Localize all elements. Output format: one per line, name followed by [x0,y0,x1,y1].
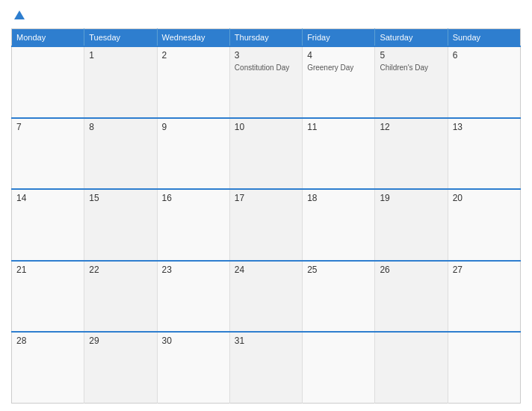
day-number: 24 [235,265,297,275]
day-number: 27 [453,265,516,275]
weekday-header-saturday: Saturday [375,29,448,47]
holiday-label: Constitution Day [235,64,289,72]
day-number: 26 [380,265,442,275]
calendar-day-cell: 12 [375,118,448,190]
calendar-day-cell: 23 [157,261,229,333]
header [11,7,521,22]
calendar-day-cell: 18 [303,189,375,261]
weekday-header-wednesday: Wednesday [157,29,229,47]
day-number: 19 [380,193,442,203]
calendar-day-cell: 1 [84,46,157,118]
calendar-day-cell [303,332,375,404]
calendar-day-cell: 20 [448,189,520,261]
day-number: 2 [162,50,225,61]
calendar-day-cell [375,332,448,404]
calendar-day-cell: 8 [84,118,157,190]
page: MondayTuesdayWednesdayThursdayFridaySatu… [0,0,532,411]
calendar-day-cell: 22 [84,261,157,333]
calendar-day-cell: 2 [157,46,229,118]
calendar-day-cell: 26 [375,261,448,333]
day-number: 1 [89,50,152,61]
day-number: 21 [16,265,79,275]
day-number: 31 [235,336,297,346]
calendar-day-cell: 17 [229,189,302,261]
calendar-week-row: 14151617181920 [12,189,521,261]
weekday-header-tuesday: Tuesday [84,29,157,47]
calendar-day-cell: 15 [84,189,157,261]
day-number: 30 [162,336,225,346]
calendar-day-cell: 31 [229,332,302,404]
calendar-day-cell: 29 [84,332,157,404]
day-number: 13 [453,122,516,132]
calendar-day-cell: 19 [375,189,448,261]
logo-blue-text [11,10,25,19]
calendar-day-cell: 3Constitution Day [229,46,302,118]
day-number: 20 [453,193,516,203]
calendar-day-cell [12,46,84,118]
day-number: 6 [453,50,516,61]
day-number: 11 [307,122,370,132]
calendar-day-cell: 13 [448,118,520,190]
calendar-day-cell: 30 [157,332,229,404]
calendar-day-cell: 11 [303,118,375,190]
weekday-header-thursday: Thursday [229,29,302,47]
calendar-header-row: MondayTuesdayWednesdayThursdayFridaySatu… [12,29,521,47]
day-number: 14 [16,193,79,203]
calendar-day-cell: 27 [448,261,520,333]
calendar-day-cell: 7 [12,118,84,190]
calendar-day-cell: 24 [229,261,302,333]
day-number: 5 [380,50,442,61]
day-number: 10 [235,122,297,132]
logo-triangle-icon [14,10,25,19]
calendar-day-cell: 14 [12,189,84,261]
calendar-week-row: 28293031 [12,332,521,404]
day-number: 16 [162,193,225,203]
calendar-day-cell: 6 [448,46,520,118]
calendar-table: MondayTuesdayWednesdayThursdayFridaySatu… [11,28,521,404]
day-number: 18 [307,193,370,203]
calendar-week-row: 78910111213 [12,118,521,190]
weekday-header-monday: Monday [12,29,84,47]
calendar-day-cell: 5Children's Day [375,46,448,118]
day-number: 15 [89,193,152,203]
holiday-label: Children's Day [380,64,428,72]
calendar-day-cell: 9 [157,118,229,190]
day-number: 8 [89,122,152,132]
day-number: 28 [16,336,79,346]
day-number: 4 [307,50,370,61]
day-number: 17 [235,193,297,203]
day-number: 23 [162,265,225,275]
logo [11,10,25,19]
weekday-header-sunday: Sunday [448,29,520,47]
day-number: 29 [89,336,152,346]
calendar-day-cell: 16 [157,189,229,261]
day-number: 25 [307,265,370,275]
calendar-week-row: 21222324252627 [12,261,521,333]
day-number: 7 [16,122,79,132]
calendar-day-cell: 4Greenery Day [303,46,375,118]
calendar-day-cell [448,332,520,404]
calendar-day-cell: 10 [229,118,302,190]
calendar-day-cell: 28 [12,332,84,404]
weekday-header-friday: Friday [303,29,375,47]
calendar-day-cell: 21 [12,261,84,333]
calendar-week-row: 123Constitution Day4Greenery Day5Childre… [12,46,521,118]
calendar-day-cell: 25 [303,261,375,333]
day-number: 3 [235,50,297,61]
day-number: 12 [380,122,442,132]
holiday-label: Greenery Day [307,64,353,72]
day-number: 9 [162,122,225,132]
day-number: 22 [89,265,152,275]
